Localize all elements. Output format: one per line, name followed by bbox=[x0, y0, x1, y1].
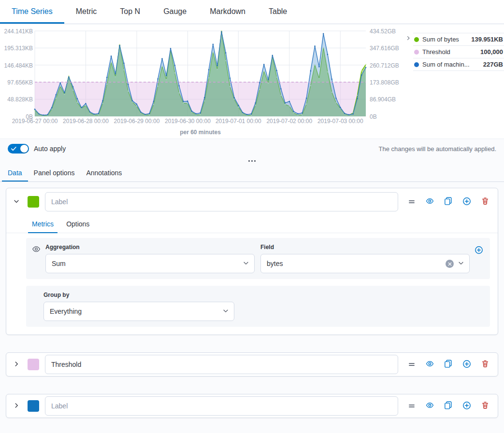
toggle-series-visibility-button[interactable] bbox=[425, 196, 435, 208]
legend-item-sum-of-bytes[interactable]: Sum of bytes 139.951KB bbox=[413, 33, 504, 46]
group-by-label: Group by bbox=[43, 292, 234, 298]
eye-icon[interactable] bbox=[32, 245, 41, 255]
tab-metric[interactable]: Metric bbox=[64, 0, 109, 24]
chevron-right-icon bbox=[13, 361, 20, 369]
series-color-swatch[interactable] bbox=[28, 400, 39, 412]
left-axis-tick: 244.141KB bbox=[4, 28, 33, 35]
aggregation-select[interactable]: Sum bbox=[45, 254, 255, 273]
legend-label: Sum of bytes bbox=[422, 36, 468, 43]
aggregation-value: Sum bbox=[52, 260, 243, 267]
group-by-select[interactable]: Everything bbox=[43, 302, 234, 321]
legend-item-sum-of-machine-ram[interactable]: Sum of machin... 227GB bbox=[413, 58, 504, 71]
tab-table[interactable]: Table bbox=[257, 0, 299, 24]
left-axis-tick: 97.656KB bbox=[7, 79, 33, 86]
legend-collapse-button[interactable] bbox=[404, 33, 412, 44]
field-combobox[interactable]: bytes bbox=[260, 254, 470, 273]
delete-series-button[interactable] bbox=[480, 400, 490, 412]
add-series-button[interactable] bbox=[461, 196, 472, 208]
chevron-right-icon bbox=[405, 35, 411, 42]
plus-circle-icon bbox=[462, 360, 471, 370]
right-axis-tick: 260.712GB bbox=[370, 62, 399, 69]
collapse-series-button[interactable] bbox=[11, 196, 22, 208]
chart-section: 244.141KB 195.313KB 146.484KB 97.656KB 4… bbox=[0, 24, 504, 139]
series-label-input[interactable] bbox=[45, 192, 398, 211]
x-axis: 2019-06-27 00:00 2019-06-28 00:00 2019-0… bbox=[35, 118, 366, 126]
chevron-down-icon bbox=[243, 260, 249, 268]
series-color-swatch[interactable] bbox=[28, 359, 39, 370]
toggle-series-visibility-button[interactable] bbox=[425, 400, 435, 412]
clone-series-button[interactable] bbox=[443, 196, 453, 208]
tab-gauge[interactable]: Gauge bbox=[152, 0, 198, 24]
tab-metrics[interactable]: Metrics bbox=[28, 216, 58, 233]
drag-handle-icon[interactable] bbox=[407, 401, 417, 411]
x-axis-tick: 2019-07-03 00:00 bbox=[317, 118, 363, 125]
add-series-button[interactable] bbox=[461, 359, 472, 371]
clone-icon bbox=[444, 360, 452, 369]
panel-resize-handle[interactable] bbox=[0, 157, 504, 164]
x-axis-tick: 2019-07-02 00:00 bbox=[266, 118, 312, 125]
toggle-series-visibility-button[interactable] bbox=[425, 359, 435, 370]
series-color-swatch[interactable] bbox=[28, 196, 39, 208]
tab-top-n[interactable]: Top N bbox=[108, 0, 152, 24]
trash-icon bbox=[481, 401, 489, 411]
right-axis-tick: 347.616GB bbox=[370, 45, 399, 52]
chevron-down-icon bbox=[222, 307, 229, 316]
expand-series-button[interactable] bbox=[11, 400, 22, 412]
series-panel-3 bbox=[6, 394, 498, 418]
auto-apply-toggle[interactable] bbox=[8, 144, 29, 154]
series-label-input[interactable] bbox=[45, 396, 398, 416]
eye-icon bbox=[426, 360, 434, 369]
clone-series-button[interactable] bbox=[443, 400, 453, 412]
field-label: Field bbox=[260, 244, 470, 251]
legend-value: 139.951KB bbox=[471, 36, 503, 43]
legend-value: 100,000 bbox=[480, 48, 503, 56]
clear-field-button[interactable] bbox=[446, 260, 454, 268]
left-axis: 244.141KB 195.313KB 146.484KB 97.656KB 4… bbox=[0, 31, 35, 116]
legend-dot-green bbox=[414, 37, 419, 42]
expand-series-button[interactable] bbox=[11, 359, 22, 371]
chevron-down-icon bbox=[458, 260, 464, 268]
x-axis-tick: 2019-06-28 00:00 bbox=[63, 118, 109, 125]
x-axis-tick: 2019-07-01 00:00 bbox=[216, 118, 261, 125]
clone-icon bbox=[444, 401, 452, 411]
delete-series-button[interactable] bbox=[480, 359, 490, 370]
legend-label: Sum of machin... bbox=[422, 61, 480, 68]
tab-time-series[interactable]: Time Series bbox=[0, 0, 64, 24]
series-editor: Metrics Options Aggregation Sum Field bbox=[0, 182, 504, 433]
editor-tabs: Data Panel options Annotations bbox=[0, 164, 504, 182]
drag-handle-icon[interactable] bbox=[407, 360, 417, 369]
tab-panel-options[interactable]: Panel options bbox=[28, 164, 81, 182]
auto-apply-bar: Auto apply The changes will be automatic… bbox=[0, 139, 504, 157]
x-axis-tick: 2019-06-27 00:00 bbox=[12, 118, 58, 125]
delete-series-button[interactable] bbox=[480, 196, 490, 208]
timeseries-chart[interactable] bbox=[35, 31, 366, 116]
tsvb-editor: Time Series Metric Top N Gauge Markdown … bbox=[0, 0, 504, 433]
series-header bbox=[6, 353, 498, 376]
tab-markdown[interactable]: Markdown bbox=[198, 0, 257, 24]
drag-handle-icon[interactable] bbox=[407, 197, 417, 207]
tab-annotations[interactable]: Annotations bbox=[80, 164, 128, 182]
chevron-right-icon bbox=[13, 402, 20, 410]
plus-circle-icon bbox=[475, 246, 483, 256]
plot-area: 2019-06-27 00:00 2019-06-28 00:00 2019-0… bbox=[35, 31, 366, 136]
tab-options[interactable]: Options bbox=[62, 216, 93, 233]
eye-icon bbox=[426, 197, 434, 207]
left-axis-tick: 48.828KB bbox=[7, 96, 33, 103]
legend-item-threshold[interactable]: Threshold 100,000 bbox=[413, 46, 504, 58]
tab-data[interactable]: Data bbox=[2, 164, 28, 182]
x-axis-tick: 2019-06-29 00:00 bbox=[114, 118, 160, 125]
x-icon bbox=[448, 260, 452, 267]
legend-label: Threshold bbox=[422, 48, 477, 56]
field-value: bytes bbox=[267, 260, 446, 267]
group-by-value: Everything bbox=[50, 307, 222, 315]
clone-series-button[interactable] bbox=[443, 359, 453, 370]
aggregation-label: Aggregation bbox=[45, 244, 255, 251]
series-label-input[interactable] bbox=[45, 355, 398, 374]
left-axis-tick: 146.484KB bbox=[4, 62, 33, 69]
trash-icon bbox=[481, 360, 489, 369]
trash-icon bbox=[481, 197, 489, 207]
auto-apply-description: The changes will be automatically applie… bbox=[378, 145, 496, 153]
series-header bbox=[6, 394, 498, 418]
add-metric-button[interactable] bbox=[474, 245, 484, 257]
add-series-button[interactable] bbox=[461, 400, 472, 412]
